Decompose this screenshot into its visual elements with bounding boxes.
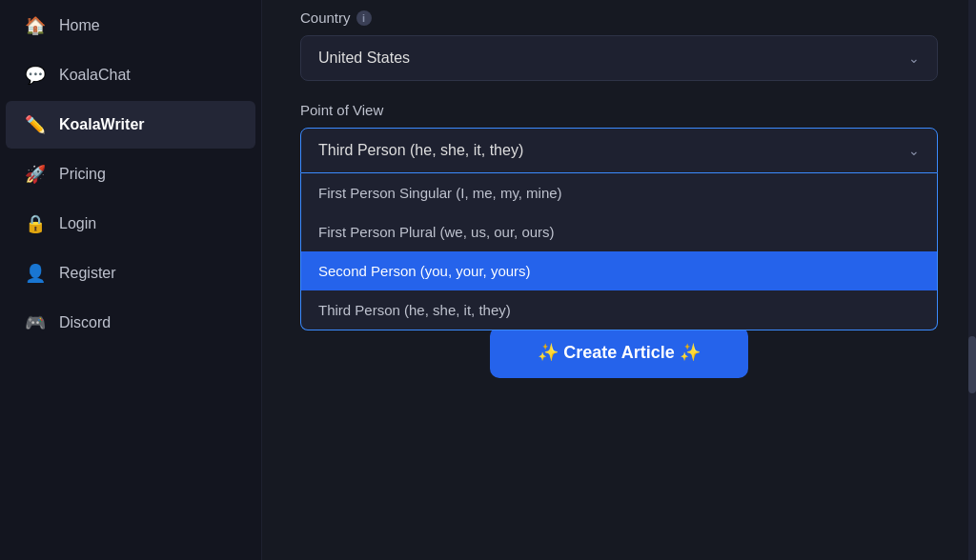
discord-label: Discord <box>59 314 111 331</box>
discord-icon: 🎮 <box>25 312 46 333</box>
koalawriter-label: KoalaWriter <box>59 116 145 133</box>
sidebar-item-home[interactable]: 🏠Home <box>6 2 255 50</box>
pov-field-group: Point of View Third Person (he, she, it,… <box>300 102 938 173</box>
sidebar-item-discord[interactable]: 🎮Discord <box>6 299 255 347</box>
country-label: Country i <box>300 10 938 26</box>
pov-chevron-icon: ⌄ <box>908 143 920 158</box>
scrollbar-thumb[interactable] <box>968 336 976 393</box>
country-chevron-icon: ⌄ <box>908 50 920 66</box>
register-label: Register <box>59 265 116 282</box>
pov-label-text: Point of View <box>300 102 383 118</box>
login-icon: 🔒 <box>25 213 46 234</box>
pov-selected-text: Third Person (he, she, it, they) <box>318 142 523 159</box>
login-label: Login <box>59 215 96 232</box>
country-info-icon[interactable]: i <box>356 10 372 26</box>
sidebar-item-pricing[interactable]: 🚀Pricing <box>6 150 255 198</box>
sidebar-item-koalachat[interactable]: 💬KoalaChat <box>6 51 255 99</box>
pov-option-third-person[interactable]: Third Person (he, she, it, they) <box>301 290 937 330</box>
pov-option-first-singular[interactable]: First Person Singular (I, me, my, mine) <box>301 173 937 212</box>
pov-select[interactable]: Third Person (he, she, it, they) ⌄ <box>300 128 938 173</box>
koalawriter-icon: ✏️ <box>25 114 46 135</box>
sidebar-item-login[interactable]: 🔒Login <box>6 200 255 248</box>
pricing-icon: 🚀 <box>25 164 46 185</box>
scrollbar-track[interactable] <box>968 0 976 560</box>
sidebar: 🏠Home💬KoalaChat✏️KoalaWriter🚀Pricing🔒Log… <box>0 0 262 560</box>
create-article-button[interactable]: ✨ Create Article ✨ <box>490 327 747 378</box>
koalachat-icon: 💬 <box>25 65 46 86</box>
country-label-text: Country <box>300 10 351 26</box>
country-select[interactable]: United States ⌄ <box>300 35 938 81</box>
koalachat-label: KoalaChat <box>59 67 131 84</box>
register-icon: 👤 <box>25 263 46 284</box>
country-select-wrapper: United States ⌄ <box>300 35 938 81</box>
pov-select-wrapper: Third Person (he, she, it, they) ⌄ First… <box>300 128 938 173</box>
main-content: Country i United States ⌄ Point of View … <box>262 0 976 560</box>
sidebar-item-register[interactable]: 👤Register <box>6 250 255 297</box>
pov-option-second-person[interactable]: Second Person (you, your, yours) <box>301 251 937 290</box>
pov-option-first-plural[interactable]: First Person Plural (we, us, our, ours) <box>301 212 937 251</box>
home-icon: 🏠 <box>25 15 46 36</box>
country-value: United States <box>318 50 410 67</box>
country-field-group: Country i United States ⌄ <box>300 10 938 81</box>
home-label: Home <box>59 17 100 34</box>
pov-dropdown-list: First Person Singular (I, me, my, mine)F… <box>300 173 938 330</box>
pov-label: Point of View <box>300 102 938 118</box>
pricing-label: Pricing <box>59 166 106 183</box>
sidebar-item-koalawriter[interactable]: ✏️KoalaWriter <box>6 101 255 149</box>
